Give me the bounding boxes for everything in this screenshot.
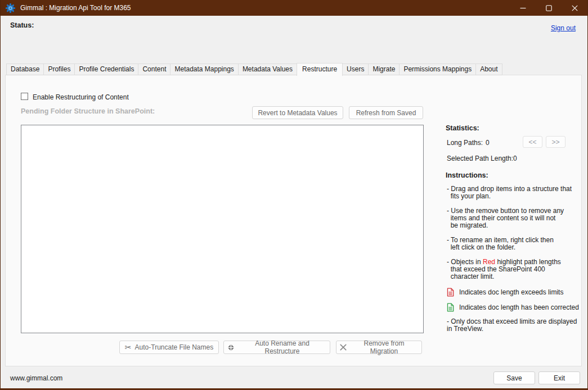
selected-path-length-label: Selected Path Length: (447, 155, 513, 162)
remove-from-migration-label: Remove from Migration (350, 339, 418, 355)
instruction-treeview-display: - Only docs that exceed limits are displ… (447, 318, 588, 333)
long-paths-label: Long Paths: (447, 139, 483, 147)
instructions-heading: Instructions: (446, 171, 488, 179)
maximize-button[interactable] (536, 0, 562, 16)
remove-from-migration-button[interactable]: Remove from Migration (336, 341, 422, 354)
auto-rename-label: Auto Rename and Restructure (238, 339, 326, 355)
minimize-button[interactable] (510, 0, 536, 16)
legend-corrected: Indicates doc length has been corrected (447, 303, 588, 312)
scissors-icon: ✂ (125, 343, 132, 351)
refresh-from-saved-button[interactable]: Refresh from Saved (349, 106, 423, 119)
sign-out-link[interactable]: Sign out (551, 24, 576, 32)
pending-folder-structure-label: Pending Folder Structure in SharePoint: (21, 107, 155, 115)
close-button[interactable] (562, 0, 587, 16)
auto-truncate-file-names-button[interactable]: ✂ Auto-Truncate File Names (119, 341, 219, 354)
legend-exceeds-limits: Indicates doc length exceeds limits (447, 288, 588, 297)
tab-metadata-values[interactable]: Metadata Values (238, 64, 297, 75)
auto-rename-and-restructure-button[interactable]: Auto Rename and Restructure (223, 341, 330, 354)
website-label: www.gimmal.com (10, 374, 62, 382)
gear-icon (6, 3, 15, 13)
tab-migrate[interactable]: Migrate (368, 64, 400, 75)
legend-exceeds-limits-text: Indicates doc length exceeds limits (459, 289, 563, 296)
x-icon (340, 344, 347, 351)
doc-red-icon (447, 288, 454, 297)
instructions-panel: - Drag and drop items into a structure t… (447, 185, 588, 340)
selected-path-length-value: 0 (513, 155, 517, 162)
save-button[interactable]: Save (493, 371, 535, 384)
window-title: Gimmal : Migration Api Tool for M365 (20, 4, 131, 12)
tab-permissions-mappings[interactable]: Permissions Mappings (399, 64, 476, 75)
red-word: Red (483, 258, 495, 266)
tab-users[interactable]: Users (342, 64, 369, 75)
pending-folder-treeview[interactable] (21, 125, 424, 333)
collapse-arrows-icon (227, 344, 235, 351)
tab-about[interactable]: About (475, 64, 502, 75)
tab-profiles[interactable]: Profiles (43, 64, 75, 75)
previous-long-path-button[interactable]: << (523, 136, 542, 148)
statistics-heading: Statistics: (446, 124, 479, 132)
tab-content[interactable]: Content (138, 64, 170, 75)
instruction-rename: - To rename an item, right click then le… (447, 237, 588, 251)
window-controls (510, 0, 587, 16)
instruction-remove-button: - Use the remove button to remove any it… (447, 207, 588, 229)
tab-metadata-mappings[interactable]: Metadata Mappings (170, 64, 238, 75)
exit-button[interactable]: Exit (538, 371, 580, 384)
restructure-tab-page: Enable Restructuring of Content Pending … (5, 75, 582, 366)
tab-strip: Database Profiles Profile Credentials Co… (6, 63, 502, 75)
title-bar: Gimmal : Migration Api Tool for M365 (1, 0, 587, 16)
app-window: Gimmal : Migration Api Tool for M365 Sta… (0, 0, 588, 390)
tab-restructure[interactable]: Restructure (297, 63, 343, 76)
tab-database[interactable]: Database (6, 64, 44, 75)
enable-restructuring-label[interactable]: Enable Restructuring of Content (33, 93, 129, 101)
instruction-red-objects: - Objects in Red highlight path lengths … (447, 259, 588, 280)
instruction-drag-drop: - Drag and drop items into a structure t… (447, 185, 588, 200)
auto-truncate-label: Auto-Truncate File Names (135, 343, 214, 351)
revert-to-metadata-values-button[interactable]: Revert to Metadata Values (252, 106, 343, 119)
status-label: Status: (10, 21, 34, 29)
legend-corrected-text: Indicates doc length has been corrected (459, 304, 579, 311)
next-long-path-button[interactable]: >> (546, 136, 565, 148)
long-paths-value: 0 (486, 139, 490, 147)
doc-green-icon (447, 303, 454, 312)
tab-profile-credentials[interactable]: Profile Credentials (74, 64, 138, 75)
enable-restructuring-checkbox[interactable] (21, 93, 28, 100)
